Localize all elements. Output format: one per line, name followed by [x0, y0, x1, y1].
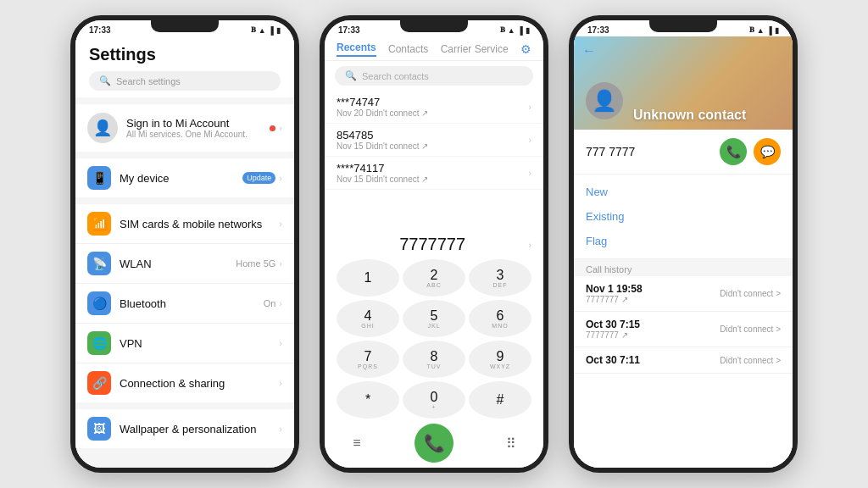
call-hist-status-0: Didn't connect >: [720, 289, 781, 298]
call-hist-date-2: Oct 30 7:11: [586, 354, 640, 366]
vpn-item[interactable]: 🌐 VPN ›: [75, 324, 294, 363]
chevron-icon: ›: [279, 298, 282, 308]
chevron-icon: ›: [528, 168, 531, 178]
settings-screen: Settings 🔍 Search settings 👤 Sign in to …: [75, 36, 294, 468]
call-hist-left-1: Oct 30 7:15 7777777 ↗: [586, 319, 640, 340]
bluetooth-text: Bluetooth: [120, 297, 255, 310]
mi-account-label: Sign in to Mi Account: [126, 117, 261, 130]
message-action-button[interactable]: 💬: [754, 138, 781, 165]
battery-icon: ▮: [276, 26, 281, 35]
my-device-item[interactable]: 📱 My device Update ›: [75, 158, 294, 197]
dialer-tabs: Recents Contacts Carrier Service ⚙: [325, 36, 543, 61]
dial-key-3[interactable]: 3DEF: [469, 259, 531, 297]
dial-key-1[interactable]: 1: [337, 259, 399, 297]
bt-icon-3: 𝐁: [749, 25, 754, 35]
call-action-button[interactable]: 📞: [720, 138, 747, 165]
gear-icon[interactable]: ⚙: [520, 42, 531, 56]
contact-name: Unknown contact: [633, 108, 746, 123]
call-hist-date-0: Nov 1 19:58: [586, 283, 643, 295]
recent-item-1[interactable]: 854785 Nov 15 Didn't connect ↗ ›: [325, 124, 543, 157]
option-new[interactable]: New: [574, 180, 793, 204]
connection-sharing-item[interactable]: 🔗 Connection & sharing ›: [75, 363, 294, 402]
tab-carrier[interactable]: Carrier Service: [441, 43, 509, 55]
recent-number-2: ****74117: [337, 162, 528, 175]
call-hist-status-2: Didn't connect >: [720, 356, 781, 365]
call-hist-num-0: 7777777 ↗: [586, 295, 643, 304]
bluetooth-item[interactable]: 🔵 Bluetooth On ›: [75, 284, 294, 324]
battery-icon-3: ▮: [775, 26, 779, 35]
notch-2: [400, 20, 468, 32]
wlan-right: Home 5G ›: [236, 258, 282, 269]
dial-key-5[interactable]: 5JKL: [403, 300, 465, 337]
call-history-item-0[interactable]: Nov 1 19:58 7777777 ↗ Didn't connect >: [574, 276, 793, 312]
my-device-text: My device: [120, 172, 234, 185]
settings-search[interactable]: 🔍 Search settings: [89, 71, 281, 91]
search-placeholder: Search settings: [116, 76, 181, 86]
back-button[interactable]: ←: [582, 43, 596, 58]
dial-key-4[interactable]: 4GHI: [337, 300, 399, 337]
chevron-icon: ›: [528, 135, 531, 145]
contact-banner: ← 👤 Unknown contact: [574, 36, 793, 130]
wlan-label: WLAN: [120, 258, 227, 270]
dial-key-9[interactable]: 9WXYZ: [469, 341, 531, 378]
dialer-search[interactable]: 🔍 Search contacts: [335, 66, 533, 86]
phone-settings: 17:33 𝐁 ▲ ▐ ▮ Settings 🔍 Search settings…: [70, 15, 299, 473]
signal-icon-2: ▐: [518, 26, 523, 35]
dialpad-grid-button[interactable]: ⠿: [496, 428, 526, 458]
chevron-icon: ›: [528, 102, 531, 112]
call-button[interactable]: 📞: [415, 424, 453, 463]
option-flag[interactable]: Flag: [574, 229, 793, 253]
dial-key-8[interactable]: 8TUV: [403, 341, 465, 378]
call-hist-right-0: Didn't connect >: [720, 289, 781, 298]
settings-list: 👤 Sign in to Mi Account All Mi services.…: [75, 97, 294, 468]
status-time-3: 17:33: [587, 25, 609, 35]
status-icons-3: 𝐁 ▲ ▐ ▮: [749, 25, 779, 35]
recent-info-0: ***74747 Nov 20 Didn't connect ↗: [337, 96, 528, 118]
chevron-icon: ›: [279, 424, 282, 434]
bluetooth-icon: 🔵: [87, 291, 111, 315]
settings-title: Settings: [89, 45, 281, 64]
dial-key-hash[interactable]: #: [469, 381, 531, 419]
dialpad-input: 7777777 ›: [325, 231, 543, 258]
contact-avatar: 👤: [586, 82, 623, 119]
search-placeholder-2: Search contacts: [362, 71, 429, 81]
vpn-text: VPN: [120, 337, 270, 350]
vpn-label: VPN: [120, 337, 270, 350]
call-history-item-1[interactable]: Oct 30 7:15 7777777 ↗ Didn't connect >: [574, 312, 793, 347]
dial-key-0[interactable]: 0+: [403, 381, 465, 419]
connection-sharing-label: Connection & sharing: [120, 377, 270, 390]
mi-avatar: 👤: [87, 113, 118, 143]
contact-options: New Existing Flag: [574, 175, 793, 259]
recent-detail-1: Nov 15 Didn't connect ↗: [337, 141, 528, 151]
status-icons-1: 𝐁 ▲ ▐ ▮: [251, 25, 281, 35]
call-history-item-2[interactable]: Oct 30 7:11 Didn't connect >: [574, 347, 793, 374]
personalization-section: 🖼 Wallpaper & personalization ›: [75, 409, 294, 448]
dial-key-6[interactable]: 6MNO: [469, 300, 531, 337]
vpn-icon: 🌐: [87, 331, 111, 355]
sim-item[interactable]: 📶 SIM cards & mobile networks ›: [75, 204, 294, 244]
tab-recents[interactable]: Recents: [337, 42, 376, 57]
call-hist-left-0: Nov 1 19:58 7777777 ↗: [586, 283, 643, 304]
wallpaper-item[interactable]: 🖼 Wallpaper & personalization ›: [75, 409, 294, 448]
dial-key-2[interactable]: 2ABC: [403, 259, 465, 297]
mi-account-text: Sign in to Mi Account All Mi services. O…: [126, 117, 261, 139]
recent-item-2[interactable]: ****74117 Nov 15 Didn't connect ↗ ›: [325, 157, 543, 190]
dial-key-star[interactable]: *: [337, 381, 399, 419]
connection-sharing-icon: 🔗: [87, 371, 111, 395]
call-hist-left-2: Oct 30 7:11: [586, 354, 640, 366]
mi-account-item[interactable]: 👤 Sign in to Mi Account All Mi services.…: [75, 104, 294, 152]
wallpaper-text: Wallpaper & personalization: [120, 423, 270, 435]
recent-item-0[interactable]: ***74747 Nov 20 Didn't connect ↗ ›: [325, 91, 543, 124]
bluetooth-label: Bluetooth: [120, 297, 255, 310]
option-existing[interactable]: Existing: [574, 204, 793, 229]
dial-key-7[interactable]: 7PQRS: [337, 341, 399, 378]
recent-number-0: ***74747: [337, 96, 528, 108]
my-device-label: My device: [120, 172, 234, 185]
dialpad-menu-button[interactable]: ≡: [342, 428, 372, 458]
tab-contacts[interactable]: Contacts: [388, 43, 428, 55]
mi-account-section: 👤 Sign in to Mi Account All Mi services.…: [75, 104, 294, 152]
contact-actions: 📞 💬: [720, 138, 781, 165]
chevron-icon: ›: [279, 378, 282, 388]
contact-screen: ← 👤 Unknown contact 777 7777 📞 💬 New Exi…: [574, 36, 793, 468]
wlan-item[interactable]: 📡 WLAN Home 5G ›: [75, 244, 294, 284]
